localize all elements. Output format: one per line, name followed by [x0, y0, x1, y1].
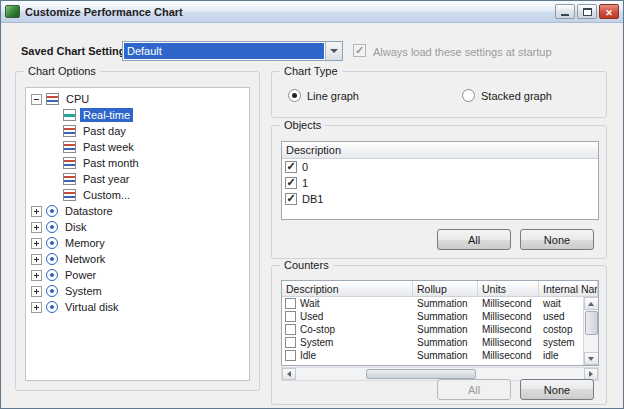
counter-checkbox[interactable] [285, 350, 296, 361]
object-checkbox[interactable] [285, 193, 297, 205]
saved-chart-settings-dropdown[interactable]: Default [122, 41, 343, 61]
line-graph-option[interactable]: Line graph [288, 89, 359, 102]
counters-header-row: Description Rollup Units Internal Name [282, 281, 598, 297]
counter-units: Millisecond [478, 350, 539, 361]
counter-internal-name: used [539, 311, 583, 322]
objects-none-button[interactable]: None [520, 229, 594, 250]
object-label: 0 [302, 161, 308, 173]
expand-icon[interactable] [31, 206, 42, 217]
counters-none-button[interactable]: None [520, 379, 594, 400]
arrow-up-icon [588, 302, 594, 306]
counter-units: Millisecond [478, 311, 539, 322]
startup-checkbox-label: Always load these settings at startup [373, 46, 552, 58]
scroll-down-button[interactable] [584, 352, 599, 365]
counters-buttons: All None [437, 379, 594, 400]
dropdown-arrow-button[interactable] [325, 42, 342, 60]
counter-checkbox[interactable] [285, 337, 296, 348]
vertical-scrollbar-thumb[interactable] [585, 311, 598, 335]
tree-item-disk[interactable]: Disk [26, 219, 249, 235]
tree-item-past-year[interactable]: Past year [26, 171, 249, 187]
object-row-0[interactable]: 0 [282, 159, 598, 175]
counter-description: System [300, 337, 333, 348]
line-graph-label: Line graph [307, 90, 359, 102]
tree-item-past-day[interactable]: Past day [26, 123, 249, 139]
vertical-scrollbar[interactable] [583, 297, 598, 365]
stacked-graph-option[interactable]: Stacked graph [462, 89, 552, 102]
tree-item-label: Past week [80, 140, 137, 154]
objects-group-title: Objects [280, 119, 325, 132]
column-header-rollup[interactable]: Rollup [413, 281, 478, 296]
expand-icon[interactable] [31, 270, 42, 281]
collapse-icon[interactable] [31, 94, 42, 105]
expand-icon[interactable] [31, 286, 42, 297]
startup-checkbox[interactable] [353, 44, 366, 57]
metric-group-icon [46, 221, 58, 233]
expand-icon[interactable] [31, 238, 42, 249]
counter-rollup: Summation [413, 311, 478, 322]
maximize-button[interactable] [577, 4, 597, 19]
counter-row-system[interactable]: System Summation Millisecond system [282, 336, 583, 349]
counter-rollup: Summation [413, 350, 478, 361]
column-header-units[interactable]: Units [478, 281, 539, 296]
arrow-down-icon [588, 357, 594, 361]
counters-group: Counters Description Rollup Units Intern… [271, 265, 607, 405]
tree-item-label: Past month [80, 156, 142, 170]
counter-description: Co-stop [300, 324, 335, 335]
tree-item-real-time[interactable]: Real-time [26, 107, 249, 123]
counter-row-wait[interactable]: Wait Summation Millisecond wait [282, 297, 583, 310]
column-header-internal-name[interactable]: Internal Name [539, 281, 598, 296]
chart-options-group: Chart Options CPU Real-time Past day Pas… [15, 71, 260, 391]
close-button[interactable] [599, 4, 619, 19]
tree-item-label: Virtual disk [62, 300, 122, 314]
minimize-button[interactable] [555, 4, 575, 19]
column-header-description[interactable]: Description [282, 281, 413, 296]
objects-column-header[interactable]: Description [282, 142, 598, 159]
tree-item-network[interactable]: Network [26, 251, 249, 267]
expand-icon[interactable] [31, 222, 42, 233]
chart-icon [63, 173, 76, 185]
horizontal-scrollbar-thumb[interactable] [366, 369, 476, 379]
tree-item-custom[interactable]: Custom... [26, 187, 249, 203]
tree-item-cpu[interactable]: CPU [26, 91, 249, 107]
tree-item-label: Disk [62, 220, 89, 234]
counter-row-used[interactable]: Used Summation Millisecond used [282, 310, 583, 323]
tree-item-power[interactable]: Power [26, 267, 249, 283]
tree-item-past-month[interactable]: Past month [26, 155, 249, 171]
stacked-graph-radio[interactable] [462, 89, 475, 102]
scroll-up-button[interactable] [584, 297, 599, 310]
dropdown-selected-value: Default [124, 43, 324, 59]
counter-checkbox[interactable] [285, 298, 296, 309]
maximize-icon [583, 8, 592, 16]
object-row-db1[interactable]: DB1 [282, 191, 598, 207]
object-row-1[interactable]: 1 [282, 175, 598, 191]
tree-item-system[interactable]: System [26, 283, 249, 299]
expand-icon[interactable] [31, 302, 42, 313]
counter-internal-name: costop [539, 324, 583, 335]
objects-list: Description 0 1 DB1 [281, 141, 599, 220]
scroll-left-button[interactable] [282, 368, 296, 380]
metric-group-icon [46, 253, 58, 265]
tree-item-memory[interactable]: Memory [26, 235, 249, 251]
tree-item-label: Network [62, 252, 108, 266]
counter-row-costop[interactable]: Co-stop Summation Millisecond costop [282, 323, 583, 336]
tree-item-datastore[interactable]: Datastore [26, 203, 249, 219]
counter-checkbox[interactable] [285, 324, 296, 335]
tree-item-past-week[interactable]: Past week [26, 139, 249, 155]
tree-item-label: Past day [80, 124, 129, 138]
realtime-chart-icon [63, 109, 76, 121]
objects-all-button[interactable]: All [437, 229, 511, 250]
tree-item-virtual-disk[interactable]: Virtual disk [26, 299, 249, 315]
object-checkbox[interactable] [285, 161, 297, 173]
counter-checkbox[interactable] [285, 311, 296, 322]
titlebar[interactable]: Customize Performance Chart [1, 1, 623, 23]
line-graph-radio[interactable] [288, 89, 301, 102]
expand-icon[interactable] [31, 254, 42, 265]
counter-row-idle[interactable]: Idle Summation Millisecond idle [282, 349, 583, 362]
window-controls [555, 4, 619, 19]
counters-all-button[interactable]: All [437, 379, 511, 400]
object-checkbox[interactable] [285, 177, 297, 189]
app-icon [5, 5, 20, 18]
chart-icon [63, 141, 76, 153]
chart-icon [63, 189, 76, 201]
metric-group-icon [46, 237, 58, 249]
